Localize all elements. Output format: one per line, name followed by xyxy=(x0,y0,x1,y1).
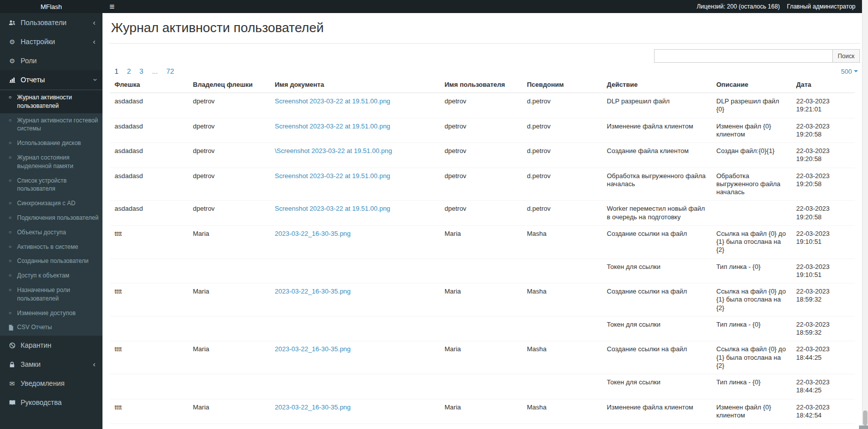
sidebar-subitem-4[interactable]: ○Список устройств пользователя xyxy=(0,174,102,197)
cell-doc: Screenshot 2023-03-22 at 19.51.00.png xyxy=(270,118,440,143)
page-size-dropdown[interactable]: 500 xyxy=(841,68,860,75)
scrollbar-thumb[interactable] xyxy=(863,410,867,425)
cell-owner: Maria xyxy=(188,424,270,429)
document-link[interactable]: \Screenshot 2023-03-22 at 19.51.00.png xyxy=(275,147,392,155)
topbar-right: Лицензий: 200 (осталось 168) Главный адм… xyxy=(697,3,855,10)
cell-alias: d.petrov xyxy=(522,201,602,226)
cell-user: Maria xyxy=(440,225,522,258)
cell-owner xyxy=(188,316,270,341)
cell-alias: Masha xyxy=(522,399,602,424)
sidebar-item-label: Замки xyxy=(21,360,41,368)
cell-flash xyxy=(110,258,188,283)
table-header-row: ФлешкаВладелец флешкиИмя документаИмя по… xyxy=(110,77,855,93)
cell-user: Maria xyxy=(440,341,522,374)
sidebar-subitem-10[interactable]: ○Доступ к объектам xyxy=(0,268,102,283)
cell-alias xyxy=(522,258,602,283)
cell-flash: tttt xyxy=(110,341,188,374)
search-input[interactable] xyxy=(654,49,833,63)
cell-action: Токен для ссылки xyxy=(602,258,712,283)
main-area: ≡ Лицензий: 200 (осталось 168) Главный а… xyxy=(102,0,868,429)
chevron-left-icon: ‹ xyxy=(93,20,95,25)
document-link[interactable]: Screenshot 2023-03-22 at 19.51.00.png xyxy=(275,205,390,212)
subitem-label: Активность в системе xyxy=(17,243,78,251)
sidebar-subitem-0[interactable]: ○Журнал активности пользователей xyxy=(0,90,102,113)
column-header-description: Описание xyxy=(712,77,792,93)
page-button-2[interactable]: 2 xyxy=(127,67,131,75)
user-menu[interactable]: Главный администратор xyxy=(787,3,855,10)
table-row: ttttMaria\2023-03-22_16-30-35.pngMariaMa… xyxy=(110,424,855,429)
document-link[interactable]: 2023-03-22_16-30-35.png xyxy=(275,345,351,353)
cell-description: Ссылка на файл {0} до {1} была отослана … xyxy=(712,283,792,317)
sidebar-item-quarantine[interactable]: Карантин xyxy=(0,336,102,355)
sidebar-item-locks[interactable]: Замки‹ xyxy=(0,355,102,374)
sidebar-item-reports[interactable]: Отчеты‹ xyxy=(0,70,102,89)
hamburger-menu-icon[interactable]: ≡ xyxy=(110,3,115,11)
envelope-icon: ✉ xyxy=(7,380,17,387)
search-button[interactable]: Поиск xyxy=(832,49,860,63)
document-link[interactable]: 2023-03-22_16-30-35.png xyxy=(275,403,351,411)
document-link[interactable]: 2023-03-22_16-30-35.png xyxy=(275,288,351,295)
cell-user: Maria xyxy=(440,424,522,429)
sidebar-subitem-11[interactable]: ○Назначенные роли пользователей xyxy=(0,283,102,306)
sidebar-item-guides[interactable]: Руководства xyxy=(0,393,102,412)
sidebar-item-label: Руководства xyxy=(21,398,62,406)
sidebar-item-notifications[interactable]: ✉Уведомления xyxy=(0,374,102,393)
table-row: asdadasddpetrovScreenshot 2023-03-22 at … xyxy=(110,93,855,118)
page-ellipsis: ... xyxy=(152,67,158,75)
cell-user: dpetrov xyxy=(440,201,522,226)
column-header-user: Имя пользователя xyxy=(440,77,522,93)
ban-icon xyxy=(7,342,17,349)
sidebar-subitem-1[interactable]: ○Журнал активности гостевой системы xyxy=(0,113,102,136)
activity-log-table: ФлешкаВладелец флешкиИмя документаИмя по… xyxy=(110,77,855,429)
lock-icon xyxy=(7,361,17,368)
sidebar-subitem-12[interactable]: ○Изменение доступов xyxy=(0,306,102,321)
cell-doc: 2023-03-22_16-30-35.png xyxy=(270,399,440,424)
cell-doc xyxy=(270,316,440,341)
circle-icon: ○ xyxy=(9,94,15,101)
sidebar-subitem-8[interactable]: ○Активность в системе xyxy=(0,240,102,254)
sidebar-subitem-3[interactable]: ○Журнал состояния выделенной памяти xyxy=(0,151,102,174)
cell-description: Ссылка на файл {0} до {1} была отослана … xyxy=(712,341,792,374)
cell-action: Создание ссылки на файл xyxy=(602,341,712,374)
sidebar-item-label: Роли xyxy=(21,57,37,65)
sidebar-item-settings[interactable]: ⚙Настройки‹ xyxy=(0,32,102,51)
document-link[interactable]: Screenshot 2023-03-22 at 19.51.00.png xyxy=(275,122,390,130)
cell-date: 22-03-2023 19:20:58 xyxy=(792,143,855,168)
subitem-label: Журнал состояния выделенной памяти xyxy=(17,154,99,171)
cell-action: Токен для ссылки xyxy=(602,374,712,399)
sidebar-subitem-5[interactable]: ○Синхронизация с AD xyxy=(0,196,102,211)
subitem-label: Объекты доступа xyxy=(17,228,66,237)
page-button-1[interactable]: 1 xyxy=(115,67,119,75)
cell-owner: dpetrov xyxy=(188,168,270,201)
page-button-3[interactable]: 3 xyxy=(140,67,144,75)
circle-icon: ○ xyxy=(9,139,15,147)
sidebar-subitem-6[interactable]: ○Подключения пользователей xyxy=(0,211,102,225)
brand-logo[interactable]: MFlash xyxy=(0,0,102,13)
sidebar-subitem-2[interactable]: ○Использование дисков xyxy=(0,136,102,151)
table-row: ttttMaria2023-03-22_16-30-35.pngMariaMas… xyxy=(110,225,855,258)
page-button-72[interactable]: 72 xyxy=(166,67,174,75)
sidebar-subitem-13[interactable]: CSV Отчеты xyxy=(0,320,102,335)
column-header-doc: Имя документа xyxy=(270,77,440,93)
document-link[interactable]: Screenshot 2023-03-22 at 19.51.00.png xyxy=(275,97,390,105)
circle-icon: ○ xyxy=(9,257,15,264)
cell-date: 22-03-2023 19:10:51 xyxy=(792,258,855,283)
cell-flash: asdadasd xyxy=(110,143,188,168)
cell-doc: Screenshot 2023-03-22 at 19.51.00.png xyxy=(270,168,440,201)
reports-submenu: ○Журнал активности пользователей○Журнал … xyxy=(0,89,102,336)
cell-description: Тип линка - {0} xyxy=(712,374,792,399)
toolbar: Поиск xyxy=(109,49,860,63)
cell-flash xyxy=(110,374,188,399)
vertical-scrollbar[interactable] xyxy=(862,0,868,429)
sidebar-subitem-9[interactable]: ○Созданные пользователи xyxy=(0,254,102,268)
document-link[interactable]: 2023-03-22_16-30-35.png xyxy=(275,230,351,237)
document-link[interactable]: Screenshot 2023-03-22 at 19.51.00.png xyxy=(275,172,390,180)
cell-action: Изменение файла клиентом xyxy=(602,118,712,143)
cell-description: Создан файл:{0}{1} xyxy=(712,424,792,429)
cell-action: Создание файла клиентом xyxy=(602,143,712,168)
sidebar-item-roles[interactable]: ⚙Роли xyxy=(0,51,102,70)
sidebar-subitem-7[interactable]: ○Объекты доступа xyxy=(0,225,102,240)
subitem-label: CSV Отчеты xyxy=(17,323,52,332)
cell-flash xyxy=(110,316,188,341)
sidebar-item-users[interactable]: Пользователи‹ xyxy=(0,13,102,32)
